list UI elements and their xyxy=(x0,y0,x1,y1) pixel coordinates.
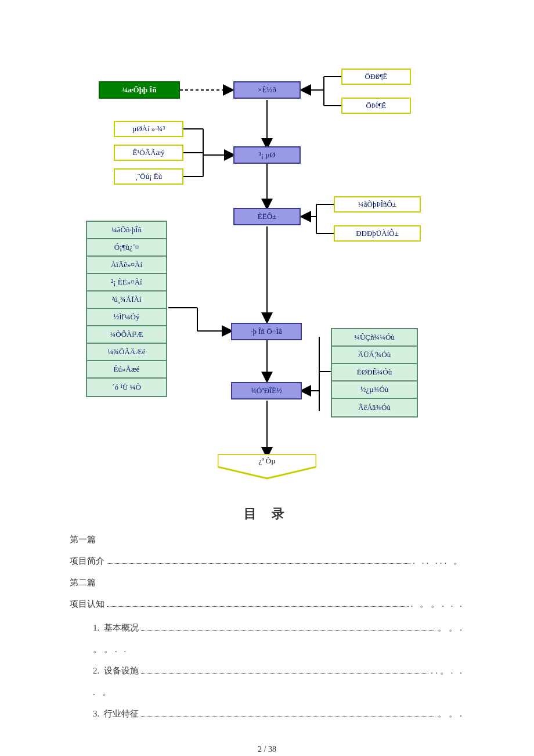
list-row: ÀïÄê»¤Àí xyxy=(87,257,166,274)
list-row: ¼¾ÔÃÄÆé xyxy=(87,344,166,361)
toc-dots xyxy=(107,606,409,607)
end-label: ¿ª Òµ xyxy=(218,456,316,466)
toc-note-1: 。。. . xyxy=(93,644,464,655)
toc-note-2: . 。 xyxy=(93,687,464,698)
list-row: ²ú¸¾ÁÏÀí xyxy=(87,291,166,309)
toc-item-3: 3. 行业特征 。。. xyxy=(93,706,464,722)
list-row: ½¿µ¾­Óù xyxy=(332,381,417,399)
list-row: ¼ÒÔÀí²Æ xyxy=(87,326,166,344)
list-5: ¼ÛÇñ¾¼Óù ÄÜÁ¦¾­Óù ËØÐÊ¼Óù ½¿µ¾­Óù ÃêÁä¾­… xyxy=(331,328,418,417)
start-box: ¼æÕþþ Îñ xyxy=(99,81,180,99)
start-label: ¼æÕþþ Îñ xyxy=(122,85,156,95)
end-banner: ¿ª Òµ xyxy=(218,454,316,480)
toc-title: 目 录 xyxy=(70,505,464,523)
page-number: 2 / 38 xyxy=(70,745,464,754)
step-1: ×Ê½ð xyxy=(233,81,301,99)
step-2-label: ³¡ µØ xyxy=(259,150,275,160)
toc-dots xyxy=(107,563,410,564)
list-row: ²¡ ÈË»¤Àí xyxy=(87,274,166,291)
toc-dots xyxy=(141,716,435,717)
left2-item-0: µØÀí »·¾³ xyxy=(114,121,183,137)
list-row: Ó¡¶ù¿´¤ xyxy=(87,239,166,257)
list-row: ½Ìľ¼Óý xyxy=(87,309,166,326)
right3-item-0: ¼ãÕþÞÎñÔ± xyxy=(334,196,421,213)
step-3-label: ÈËÔ± xyxy=(258,212,276,221)
flow-diagram: ¼æÕþþ Îñ ×Ê½ð ÖÐß¶Ë ÖÞÍ¶Ë ³¡ µØ µØÀí »·¾… xyxy=(70,58,464,494)
left2-item-2: ¸¨Öú¡ Ëù xyxy=(114,168,183,185)
toc-line-2: 项目认知 . 。。. . . xyxy=(70,596,464,612)
toc-dots xyxy=(141,673,428,674)
step-4-label: ·þ Îñ Ö÷Ìâ xyxy=(251,327,282,336)
toc-dots xyxy=(141,630,435,631)
step-1-label: ×Ê½ð xyxy=(258,85,276,95)
document-page: ¼æÕþþ Îñ ×Ê½ð ÖÐß¶Ë ÖÞÍ¶Ë ³¡ µØ µØÀí »·¾… xyxy=(0,0,534,756)
list-row: ÄÜÁ¦¾­Óù xyxy=(332,347,417,364)
toc-section-2: 第二篇 xyxy=(70,577,464,588)
list-row: Éú»Åæé xyxy=(87,361,166,379)
list-4: ¼ãÕñ·þÎñ Ó¡¶ù¿´¤ ÀïÄê»¤Àí ²¡ ÈË»¤Àí ²ú¸¾… xyxy=(86,221,167,397)
list-row: ¼ÛÇñ¾¼Óù xyxy=(332,329,417,347)
toc-section-1: 第一篇 xyxy=(70,534,464,545)
step-5: ¾­ÓªÐÎÊ½ xyxy=(231,382,302,399)
step-2: ³¡ µØ xyxy=(233,146,301,164)
left2-item-1: Ê¹ÓÃÃæý xyxy=(114,145,183,161)
toc-item-1: 1. 基本概况 。。. xyxy=(93,620,464,636)
right3-item-1: ÐÐÐþÜÀíÔ± xyxy=(334,225,421,242)
right1-item-0: ÖÐß¶Ë xyxy=(341,69,411,85)
list-row: ´ó ¹Ü ¼Ò xyxy=(87,379,166,396)
list-row: ¼ãÕñ·þÎñ xyxy=(87,222,166,239)
right1-item-1: ÖÞÍ¶Ë xyxy=(341,98,411,114)
step-5-label: ¾­ÓªÐÎÊ½ xyxy=(251,386,282,395)
list-row: ÃêÁä¾­Óù xyxy=(332,399,417,416)
step-4: ·þ Îñ Ö÷Ìâ xyxy=(231,323,302,340)
list-row: ËØÐÊ¼Óù xyxy=(332,364,417,381)
step-3: ÈËÔ± xyxy=(233,208,301,225)
toc-item-2: 2. 设备设施 ..。. . xyxy=(93,663,464,679)
toc-line-1: 项目简介 . .. ... 。 xyxy=(70,553,464,569)
